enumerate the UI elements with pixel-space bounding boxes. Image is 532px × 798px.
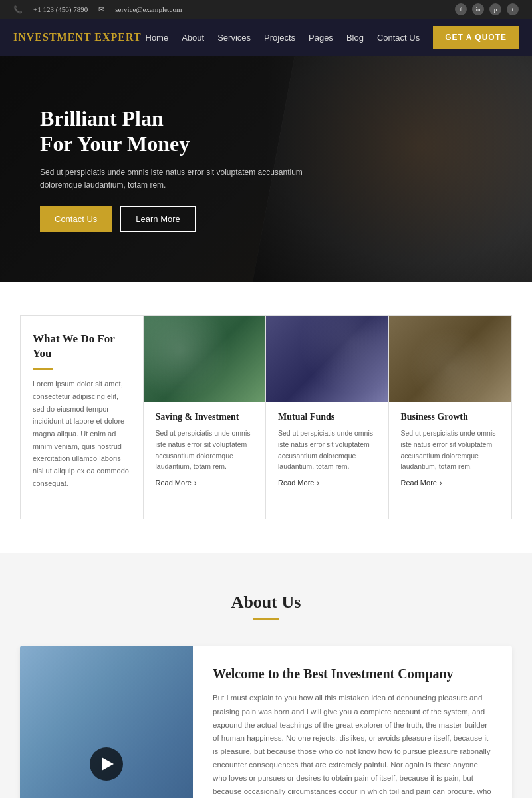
saving-img-inner bbox=[144, 316, 266, 402]
phone-icon: 📞 bbox=[13, 5, 23, 14]
services-intro-text: Lorem ipsum dolor sit amet, consectetur … bbox=[33, 378, 131, 489]
mutual-read-more[interactable]: Read More › bbox=[278, 479, 376, 487]
facebook-icon[interactable]: f bbox=[455, 3, 467, 15]
play-icon bbox=[102, 757, 114, 771]
logo-accent-text: Expert bbox=[94, 31, 141, 43]
services-grid: What We Do For You Lorem ipsum dolor sit… bbox=[20, 315, 512, 519]
service-card-saving: Saving & Investment Sed ut perspiciatis … bbox=[144, 316, 267, 519]
mutual-desc: Sed ut perspiciatis unde omnis iste natu… bbox=[278, 428, 376, 472]
get-quote-button[interactable]: Get A Quote bbox=[433, 26, 519, 49]
service-card-mutual: Mutual Funds Sed ut perspiciatis unde om… bbox=[266, 316, 389, 519]
hero-content: Brilliant Plan For Your Money Sed ut per… bbox=[40, 106, 306, 232]
nav-services[interactable]: Services bbox=[217, 33, 251, 43]
nav-home[interactable]: Home bbox=[146, 33, 169, 43]
about-card-text: But I must explain to you how all this m… bbox=[213, 691, 492, 798]
services-underline bbox=[33, 368, 53, 370]
hero-buttons: Contact Us Learn More bbox=[40, 206, 306, 232]
nav-projects[interactable]: Projects bbox=[264, 33, 295, 43]
chevron-right-icon-3: › bbox=[440, 479, 442, 487]
about-section: About Us Welcome to the Best Investment … bbox=[0, 553, 532, 798]
business-title: Business Growth bbox=[401, 412, 500, 422]
nav-contact[interactable]: Contact Us bbox=[377, 33, 420, 43]
mutual-body: Mutual Funds Sed ut perspiciatis unde om… bbox=[266, 402, 388, 487]
about-card-title: Welcome to the Best Investment Company bbox=[213, 666, 492, 682]
site-logo: Investment Expert bbox=[13, 31, 142, 43]
top-bar: 📞 +1 123 (456) 7890 ✉ service@example.co… bbox=[0, 0, 532, 19]
learn-more-button[interactable]: Learn More bbox=[120, 206, 196, 232]
mutual-image bbox=[266, 316, 388, 402]
services-intro: What We Do For You Lorem ipsum dolor sit… bbox=[21, 316, 143, 505]
phone-link[interactable]: +1 123 (456) 7890 bbox=[33, 5, 88, 13]
top-bar-left: 📞 +1 123 (456) 7890 ✉ service@example.co… bbox=[13, 5, 182, 14]
mutual-img-inner bbox=[266, 316, 388, 402]
navbar: Investment Expert Home About Services Pr… bbox=[0, 19, 532, 56]
hero-section: Brilliant Plan For Your Money Sed ut per… bbox=[0, 56, 532, 282]
saving-image bbox=[144, 316, 266, 402]
top-bar-right: f in p t bbox=[455, 3, 519, 15]
about-card: Welcome to the Best Investment Company B… bbox=[20, 646, 512, 798]
business-read-more[interactable]: Read More › bbox=[401, 479, 500, 487]
pinterest-icon[interactable]: p bbox=[489, 3, 501, 15]
about-image bbox=[20, 646, 193, 798]
nav-pages[interactable]: Pages bbox=[309, 33, 333, 43]
contact-us-button[interactable]: Contact Us bbox=[40, 206, 112, 232]
saving-read-more[interactable]: Read More › bbox=[156, 479, 254, 487]
saving-body: Saving & Investment Sed ut perspiciatis … bbox=[144, 402, 266, 487]
services-intro-title: What We Do For You bbox=[33, 332, 131, 361]
nav-about[interactable]: About bbox=[182, 33, 204, 43]
hero-subtitle: Sed ut perspiciatis unde omnis iste natu… bbox=[40, 166, 306, 192]
mutual-title: Mutual Funds bbox=[278, 412, 376, 422]
services-section: What We Do For You Lorem ipsum dolor sit… bbox=[0, 282, 532, 553]
business-image bbox=[389, 316, 512, 402]
business-body: Business Growth Sed ut perspiciatis unde… bbox=[389, 402, 512, 487]
chevron-right-icon-2: › bbox=[317, 479, 319, 487]
logo-main: Investment bbox=[13, 31, 91, 43]
chevron-right-icon: › bbox=[194, 479, 197, 487]
about-content: Welcome to the Best Investment Company B… bbox=[193, 646, 512, 798]
business-img-inner bbox=[389, 316, 512, 402]
instagram-icon[interactable]: in bbox=[472, 3, 484, 15]
about-title: About Us bbox=[20, 593, 512, 612]
hero-title: Brilliant Plan For Your Money bbox=[40, 106, 306, 157]
nav-links: Home About Services Projects Pages Blog … bbox=[146, 26, 519, 49]
nav-blog[interactable]: Blog bbox=[346, 33, 364, 43]
twitter-icon[interactable]: t bbox=[507, 3, 519, 15]
about-underline bbox=[253, 618, 279, 620]
email-link[interactable]: service@example.com bbox=[115, 5, 182, 13]
saving-desc: Sed ut perspiciatis unde omnis iste natu… bbox=[156, 428, 254, 472]
email-icon: ✉ bbox=[98, 5, 104, 14]
business-desc: Sed ut perspiciatis unde omnis iste natu… bbox=[401, 428, 500, 472]
service-card-business: Business Growth Sed ut perspiciatis unde… bbox=[389, 316, 512, 519]
play-button[interactable] bbox=[90, 747, 123, 781]
services-intro-card: What We Do For You Lorem ipsum dolor sit… bbox=[21, 316, 144, 519]
saving-title: Saving & Investment bbox=[156, 412, 254, 422]
